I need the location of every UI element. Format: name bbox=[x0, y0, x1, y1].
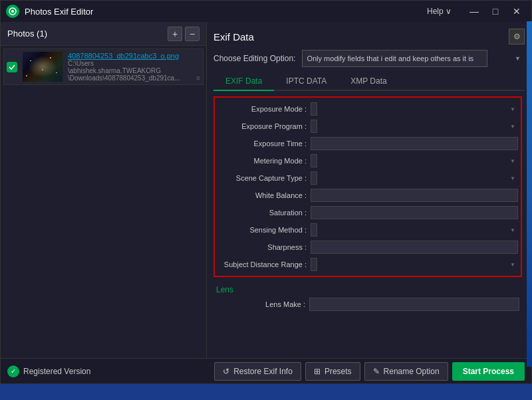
sharpness-label: Sharpness : bbox=[217, 243, 311, 251]
exposure-time-row: Exposure Time : bbox=[215, 135, 521, 152]
exposure-program-label: Exposure Program : bbox=[217, 122, 311, 130]
subject-distance-select[interactable] bbox=[311, 258, 317, 271]
right-panel: Exif Data ⚙ Choose Editing Option: Only … bbox=[207, 22, 531, 358]
subject-distance-row: Subject Distance Range : bbox=[215, 256, 521, 273]
tab-exif-data[interactable]: EXIF Data bbox=[213, 72, 274, 91]
metering-mode-row: Metering Mode : bbox=[215, 152, 521, 169]
exposure-time-input[interactable] bbox=[311, 137, 518, 150]
lens-make-label: Lens Make : bbox=[216, 300, 309, 308]
presets-button[interactable]: ⊞ Presets bbox=[305, 362, 360, 381]
subject-distance-select-wrapper bbox=[311, 258, 518, 271]
saturation-input[interactable] bbox=[311, 206, 518, 219]
blue-side-accent bbox=[527, 21, 532, 367]
lens-make-row: Lens Make : bbox=[213, 296, 522, 313]
exposure-program-select[interactable] bbox=[311, 120, 317, 133]
restore-label: Restore Exif Info bbox=[233, 367, 293, 376]
lens-section-title: Lens bbox=[213, 282, 522, 296]
exposure-program-row: Exposure Program : bbox=[215, 118, 521, 135]
photos-panel-header: Photos (1) + − bbox=[1, 22, 206, 46]
sharpness-input[interactable] bbox=[311, 241, 518, 254]
left-panel: Photos (1) + − 408 bbox=[1, 22, 207, 358]
photo-path-2: \abhishek.sharma.TWEAKORG bbox=[68, 67, 191, 74]
presets-label: Presets bbox=[325, 367, 352, 376]
app-title: Photos Exif Editor bbox=[25, 7, 427, 17]
saturation-row: Saturation : bbox=[215, 204, 521, 221]
start-process-button[interactable]: Start Process bbox=[452, 362, 525, 381]
bottom-actions: ↺ Restore Exif Info ⊞ Presets ✎ Rename O… bbox=[214, 362, 525, 381]
photo-path-3: \Downloads\40878804253_db291ca... bbox=[68, 74, 191, 82]
exposure-mode-select[interactable] bbox=[311, 102, 317, 116]
exposure-mode-row: Exposure Mode : bbox=[215, 100, 521, 118]
exif-fields-container: Exposure Mode : Exposure Program : bbox=[213, 96, 525, 351]
sensing-method-row: Sensing Method : bbox=[215, 221, 521, 239]
exposure-mode-label: Exposure Mode : bbox=[217, 105, 311, 113]
restore-exif-button[interactable]: ↺ Restore Exif Info bbox=[214, 362, 301, 381]
list-item[interactable]: 40878804253_db291cabc3_o.png C:\Users \a… bbox=[3, 49, 203, 85]
sharpness-row: Sharpness : bbox=[215, 239, 521, 256]
editing-option-label: Choose Editing Option: bbox=[213, 54, 295, 63]
app-logo bbox=[6, 5, 19, 18]
tab-iptc-data[interactable]: IPTC DATA bbox=[274, 72, 338, 91]
saturation-label: Saturation : bbox=[217, 209, 311, 217]
rename-label: Rename Option bbox=[384, 367, 440, 376]
editing-option-row: Choose Editing Option: Only modify field… bbox=[213, 50, 525, 67]
photo-list: 40878804253_db291cabc3_o.png C:\Users \a… bbox=[1, 46, 206, 358]
scene-capture-select-wrapper bbox=[311, 171, 518, 185]
thumbnail-image bbox=[23, 52, 63, 82]
app-window: Photos Exif Editor Help ∨ — □ ✕ Photos (… bbox=[0, 0, 532, 384]
sensing-method-label: Sensing Method : bbox=[217, 226, 311, 234]
editing-option-select[interactable]: Only modify fields that i edit and keep … bbox=[302, 50, 487, 67]
add-photo-button[interactable]: + bbox=[168, 27, 182, 41]
photo-filename: 40878804253_db291cabc3_o.png bbox=[68, 52, 191, 60]
photos-panel-actions: + − bbox=[168, 27, 200, 41]
exposure-mode-select-wrapper bbox=[311, 102, 518, 116]
subject-distance-label: Subject Distance Range : bbox=[217, 260, 311, 268]
help-menu[interactable]: Help ∨ bbox=[427, 7, 452, 16]
photo-thumbnail bbox=[23, 52, 63, 82]
maximize-button[interactable]: □ bbox=[486, 4, 505, 19]
metering-mode-select[interactable] bbox=[311, 154, 317, 167]
exif-settings-button[interactable]: ⚙ bbox=[509, 29, 525, 45]
sensing-method-select-wrapper bbox=[311, 223, 518, 237]
photos-panel-title: Photos (1) bbox=[7, 29, 47, 39]
lens-section: Lens Lens Make : bbox=[213, 282, 522, 313]
bottom-bar: ✓ Registered Version ↺ Restore Exif Info… bbox=[1, 358, 531, 383]
svg-point-1 bbox=[11, 10, 14, 13]
restore-icon: ↺ bbox=[223, 367, 229, 376]
photo-path-1: C:\Users bbox=[68, 60, 191, 67]
right-panel-header: Exif Data ⚙ bbox=[213, 29, 525, 45]
tabs: EXIF Data IPTC DATA XMP Data bbox=[213, 72, 525, 91]
taskbar bbox=[0, 384, 532, 400]
photo-checkbox[interactable] bbox=[7, 62, 17, 72]
registered-label: Registered Version bbox=[23, 367, 90, 376]
sensing-method-select[interactable] bbox=[311, 223, 317, 237]
photo-info: 40878804253_db291cabc3_o.png C:\Users \a… bbox=[68, 52, 191, 82]
editing-option-wrapper: Only modify fields that i edit and keep … bbox=[302, 50, 525, 67]
tab-xmp-data[interactable]: XMP Data bbox=[338, 72, 398, 91]
rename-option-button[interactable]: ✎ Rename Option bbox=[364, 362, 448, 381]
minimize-button[interactable]: — bbox=[465, 4, 483, 19]
remove-photo-button[interactable]: − bbox=[185, 27, 200, 41]
content-area: Photos (1) + − 408 bbox=[1, 22, 531, 358]
presets-icon: ⊞ bbox=[314, 367, 321, 376]
scene-capture-label: Scene Capture Type : bbox=[217, 174, 311, 182]
scroll-indicator-icon: ≡ bbox=[196, 74, 200, 82]
title-bar-controls: Help ∨ — □ ✕ bbox=[427, 4, 526, 19]
metering-mode-label: Metering Mode : bbox=[217, 157, 311, 165]
close-button[interactable]: ✕ bbox=[507, 4, 526, 19]
metering-mode-select-wrapper bbox=[311, 154, 518, 167]
scene-capture-row: Scene Capture Type : bbox=[215, 169, 521, 187]
exif-data-title: Exif Data bbox=[213, 31, 254, 43]
lens-make-input[interactable] bbox=[309, 298, 519, 311]
registered-icon: ✓ bbox=[7, 365, 19, 377]
exposure-time-label: Exposure Time : bbox=[217, 140, 311, 148]
white-balance-row: White Balance : bbox=[215, 187, 521, 204]
exif-fields-section: Exposure Mode : Exposure Program : bbox=[213, 96, 522, 277]
rename-icon: ✎ bbox=[373, 367, 380, 376]
white-balance-label: White Balance : bbox=[217, 191, 311, 199]
registered-info: ✓ Registered Version bbox=[7, 365, 209, 377]
title-bar: Photos Exif Editor Help ∨ — □ ✕ bbox=[1, 1, 531, 22]
white-balance-input[interactable] bbox=[311, 189, 518, 202]
exposure-program-select-wrapper bbox=[311, 120, 518, 133]
scene-capture-select[interactable] bbox=[311, 171, 317, 185]
